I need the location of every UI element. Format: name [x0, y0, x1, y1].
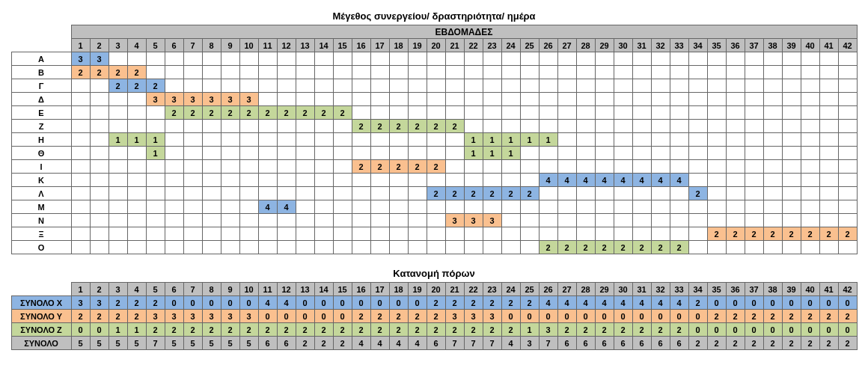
total-ΣΥΝΟΛΟ-23: 7	[483, 337, 501, 350]
total-ΣΥΝΟΛΟ Υ-20: 2	[427, 310, 445, 323]
cell-Ε-21	[445, 106, 464, 120]
total-ΣΥΝΟΛΟ Χ-30: 4	[614, 296, 632, 310]
cell-Ε-20	[427, 106, 445, 120]
total-ΣΥΝΟΛΟ Ζ-35: 0	[707, 323, 726, 337]
cell-Ι-8	[202, 160, 221, 174]
cell-Ξ-28	[576, 227, 595, 241]
totals-week-1: 1	[71, 283, 90, 296]
cell-Θ-26	[539, 147, 557, 160]
total-ΣΥΝΟΛΟ-30: 6	[614, 337, 632, 350]
cell-Ζ-9	[221, 120, 239, 133]
cell-Ν-32	[651, 214, 670, 227]
totals-week-27: 27	[557, 283, 576, 296]
cell-Ζ-31	[632, 120, 651, 133]
total-ΣΥΝΟΛΟ Ζ-12: 2	[277, 323, 296, 337]
cell-Β-24	[501, 66, 520, 79]
cell-Ι-38	[763, 160, 782, 174]
cell-Ν-40	[801, 214, 819, 227]
total-ΣΥΝΟΛΟ Υ-25: 0	[520, 310, 539, 323]
week-number-24: 24	[501, 39, 520, 52]
cell-Κ-10	[239, 174, 258, 187]
total-ΣΥΝΟΛΟ Χ-38: 0	[763, 296, 782, 310]
cell-Ξ-16	[352, 227, 370, 241]
activity-label-Γ: Γ	[11, 79, 71, 93]
cell-Θ-21	[445, 147, 464, 160]
week-number-9: 9	[221, 39, 239, 52]
cell-Α-24	[501, 52, 520, 66]
cell-Θ-37	[745, 147, 763, 160]
cell-Δ-28	[576, 93, 595, 106]
totals-week-41: 41	[819, 283, 838, 296]
cell-Θ-38	[763, 147, 782, 160]
totals-week-11: 11	[258, 283, 277, 296]
cell-Δ-38	[763, 93, 782, 106]
totals-week-12: 12	[277, 283, 296, 296]
total-ΣΥΝΟΛΟ-29: 6	[595, 337, 614, 350]
cell-Η-42	[838, 133, 857, 147]
week-number-12: 12	[277, 39, 296, 52]
total-ΣΥΝΟΛΟ Ζ-29: 2	[595, 323, 614, 337]
cell-Γ-24	[501, 79, 520, 93]
cell-Ζ-11	[258, 120, 277, 133]
cell-Α-20	[427, 52, 445, 66]
total-ΣΥΝΟΛΟ Χ-35: 0	[707, 296, 726, 310]
week-number-34: 34	[688, 39, 707, 52]
cell-Ε-14: 2	[314, 106, 333, 120]
cell-Β-27	[557, 66, 576, 79]
cell-Δ-15	[333, 93, 352, 106]
cell-Ζ-5	[146, 120, 165, 133]
cell-Ζ-23	[483, 120, 501, 133]
cell-Α-6	[165, 52, 183, 66]
cell-Λ-19	[408, 187, 427, 200]
cell-Κ-42	[838, 174, 857, 187]
cell-Η-21	[445, 133, 464, 147]
cell-Α-31	[632, 52, 651, 66]
cell-Ο-11	[258, 241, 277, 254]
cell-Β-15	[333, 66, 352, 79]
cell-Ο-31: 2	[632, 241, 651, 254]
week-number-25: 25	[520, 39, 539, 52]
cell-Ι-3	[109, 160, 127, 174]
cell-Ο-35	[707, 241, 726, 254]
cell-Ν-10	[239, 214, 258, 227]
cell-Μ-6	[165, 200, 183, 214]
total-ΣΥΝΟΛΟ Υ-33: 0	[670, 310, 688, 323]
total-ΣΥΝΟΛΟ Χ-26: 4	[539, 296, 557, 310]
cell-Ο-42	[838, 241, 857, 254]
cell-Ξ-41: 2	[819, 227, 838, 241]
cell-Ε-8: 2	[202, 106, 221, 120]
cell-Β-42	[838, 66, 857, 79]
cell-Κ-18	[389, 174, 408, 187]
cell-Κ-20	[427, 174, 445, 187]
cell-Ε-7: 2	[183, 106, 202, 120]
total-ΣΥΝΟΛΟ Ζ-19: 2	[408, 323, 427, 337]
cell-Ο-13	[296, 241, 314, 254]
cell-Δ-21	[445, 93, 464, 106]
week-number-11: 11	[258, 39, 277, 52]
week-number-40: 40	[801, 39, 819, 52]
cell-Λ-3	[109, 187, 127, 200]
total-ΣΥΝΟΛΟ Υ-10: 3	[239, 310, 258, 323]
cell-Λ-29	[595, 187, 614, 200]
total-ΣΥΝΟΛΟ Ζ-37: 0	[745, 323, 763, 337]
totals-week-23: 23	[483, 283, 501, 296]
cell-Γ-12	[277, 79, 296, 93]
cell-Ν-6	[165, 214, 183, 227]
cell-Θ-10	[239, 147, 258, 160]
cell-Ι-9	[221, 160, 239, 174]
cell-Γ-36	[726, 79, 745, 93]
cell-Ο-33: 2	[670, 241, 688, 254]
cell-Ν-41	[819, 214, 838, 227]
cell-Ι-20: 2	[427, 160, 445, 174]
cell-Ν-7	[183, 214, 202, 227]
cell-Η-12	[277, 133, 296, 147]
total-ΣΥΝΟΛΟ Υ-32: 0	[651, 310, 670, 323]
cell-Κ-24	[501, 174, 520, 187]
cell-Β-4: 2	[127, 66, 146, 79]
cell-Β-3: 2	[109, 66, 127, 79]
cell-Θ-15	[333, 147, 352, 160]
cell-Μ-38	[763, 200, 782, 214]
cell-Ζ-19: 2	[408, 120, 427, 133]
cell-Λ-24: 2	[501, 187, 520, 200]
cell-Ι-4	[127, 160, 146, 174]
